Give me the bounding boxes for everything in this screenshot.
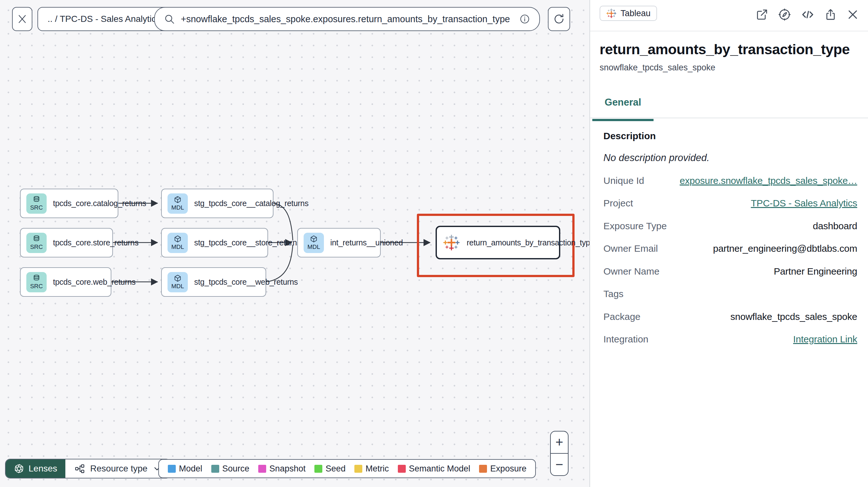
field-list: Unique Id exposure.snowflake_tpcds_sales… xyxy=(603,169,857,351)
database-icon xyxy=(32,235,41,243)
cube-icon xyxy=(174,235,182,243)
field-row-owner-email: Owner Email partner_engineering@dbtlabs.… xyxy=(603,237,857,260)
cube-icon xyxy=(310,235,318,243)
graph-node-int-returns-unioned[interactable]: MDL int_returns__unioned xyxy=(297,228,381,257)
graph-node-stg-web-returns[interactable]: MDL stg_tpcds_core__web_returns xyxy=(161,267,266,297)
breadcrumb-label: .. / TPC-DS - Sales Analytics xyxy=(48,14,160,24)
snapshot-swatch xyxy=(258,465,266,473)
description-value: No description provided. xyxy=(603,152,709,164)
search-input[interactable]: +snowflake_tpcds_sales_spoke.exposures.r… xyxy=(181,14,513,24)
graph-node-source-catalog-returns[interactable]: SRC tpcds_core.catalog_returns xyxy=(20,189,118,218)
field-row-integration: Integration Integration Link xyxy=(603,328,857,351)
panel-title: return_amounts_by_transaction_type xyxy=(599,41,849,58)
field-row-tags: Tags xyxy=(603,283,857,306)
graph-node-stg-catalog-returns[interactable]: MDL stg_tpcds_core__catalog_returns xyxy=(161,189,274,218)
description-label: Description xyxy=(603,131,656,141)
search-icon xyxy=(164,13,175,25)
zoom-in-button[interactable]: + xyxy=(551,431,568,454)
legend-item-semantic-model: Semantic Model xyxy=(398,464,470,474)
panel-action-icons xyxy=(756,8,859,22)
database-icon xyxy=(32,274,41,283)
tableau-badge-label: Tableau xyxy=(621,8,651,19)
owner-email-value: partner_engineering@dbtlabs.com xyxy=(713,243,857,254)
refresh-lineage-button[interactable] xyxy=(548,7,570,31)
owner-name-value: Partner Engineering xyxy=(774,266,857,277)
model-chip: MDL xyxy=(304,233,324,253)
model-chip: MDL xyxy=(167,193,188,214)
legend-item-seed: Seed xyxy=(314,464,345,474)
close-icon xyxy=(17,13,28,24)
panel-header-divider xyxy=(590,31,868,31)
resource-tree-icon xyxy=(74,463,85,474)
graph-node-exposure-return-amounts[interactable]: return_amounts_by_transaction_type xyxy=(436,226,560,259)
share-icon[interactable] xyxy=(824,8,837,21)
breadcrumb[interactable]: .. / TPC-DS - Sales Analytics xyxy=(37,7,171,31)
info-icon[interactable] xyxy=(519,13,530,25)
close-lineage-button[interactable] xyxy=(12,7,32,31)
tab-divider xyxy=(590,118,868,118)
zoom-out-button[interactable]: − xyxy=(551,454,568,475)
panel-subtitle: snowflake_tpcds_sales_spoke xyxy=(599,63,715,73)
model-chip: MDL xyxy=(167,233,188,253)
tableau-logo-icon xyxy=(442,234,460,252)
legend-item-snapshot: Snapshot xyxy=(258,464,306,474)
graph-node-stg-store-returns[interactable]: MDL stg_tpcds_core__store_returns xyxy=(161,228,268,257)
exposure-type-value: dashboard xyxy=(813,221,857,231)
resource-type-dropdown[interactable]: Resource type xyxy=(65,459,170,478)
semantic-model-swatch xyxy=(398,465,406,473)
model-swatch xyxy=(168,465,176,473)
project-link[interactable]: TPC-DS - Sales Analytics xyxy=(751,198,857,208)
lineage-search-box[interactable]: +snowflake_tpcds_sales_spoke.exposures.r… xyxy=(154,7,540,31)
resource-type-label: Resource type xyxy=(90,463,148,474)
dbt-explorer-lineage-app: .. / TPC-DS - Sales Analytics +snowflake… xyxy=(0,0,868,487)
details-panel: Tableau return_amounts_by_transaction_ty… xyxy=(589,0,868,487)
close-panel-icon[interactable] xyxy=(846,8,859,21)
legend-item-exposure: Exposure xyxy=(479,464,526,474)
metric-swatch xyxy=(354,465,362,473)
code-icon[interactable] xyxy=(801,8,815,22)
source-chip: SRC xyxy=(26,272,46,292)
field-row-unique-id: Unique Id exposure.snowflake_tpcds_sales… xyxy=(603,169,857,192)
legend-item-metric: Metric xyxy=(354,464,389,474)
lenses-label: Lenses xyxy=(29,463,57,474)
model-chip: MDL xyxy=(167,272,188,292)
lenses-button[interactable]: Lenses xyxy=(6,459,65,478)
field-row-package: Package snowflake_tpcds_sales_spoke xyxy=(603,305,857,328)
field-row-owner-name: Owner Name Partner Engineering xyxy=(603,260,857,283)
legend-item-source: Source xyxy=(211,464,250,474)
refresh-icon xyxy=(553,13,565,25)
compass-icon[interactable] xyxy=(778,8,791,21)
lenses-control-group: Lenses Resource type xyxy=(5,459,171,479)
unique-id-link[interactable]: exposure.snowflake_tpcds_sales_spoke… xyxy=(680,175,857,186)
field-row-exposure-type: Exposure Type dashboard xyxy=(603,215,857,237)
resource-type-legend: Model Source Snapshot Seed Metric Semant… xyxy=(158,459,536,478)
source-chip: SRC xyxy=(26,233,46,253)
tableau-badge: Tableau xyxy=(599,6,657,21)
source-swatch xyxy=(211,465,219,473)
external-link-icon[interactable] xyxy=(756,8,768,21)
zoom-control: + − xyxy=(550,431,568,476)
aperture-icon xyxy=(14,463,24,474)
integration-link[interactable]: Integration Link xyxy=(793,334,857,345)
seed-swatch xyxy=(314,465,322,473)
legend-item-model: Model xyxy=(168,464,203,474)
tableau-logo-icon xyxy=(606,8,617,19)
exposure-swatch xyxy=(479,465,487,473)
package-value: snowflake_tpcds_sales_spoke xyxy=(730,311,857,322)
cube-icon xyxy=(174,196,182,204)
database-icon xyxy=(32,196,41,204)
lineage-canvas[interactable]: .. / TPC-DS - Sales Analytics +snowflake… xyxy=(0,0,589,487)
source-chip: SRC xyxy=(26,193,46,214)
graph-node-source-web-returns[interactable]: SRC tpcds_core.web_returns xyxy=(20,267,111,297)
graph-node-source-store-returns[interactable]: SRC tpcds_core.store_returns xyxy=(20,228,113,257)
field-row-project: Project TPC-DS - Sales Analytics xyxy=(603,192,857,215)
cube-icon xyxy=(174,274,182,283)
